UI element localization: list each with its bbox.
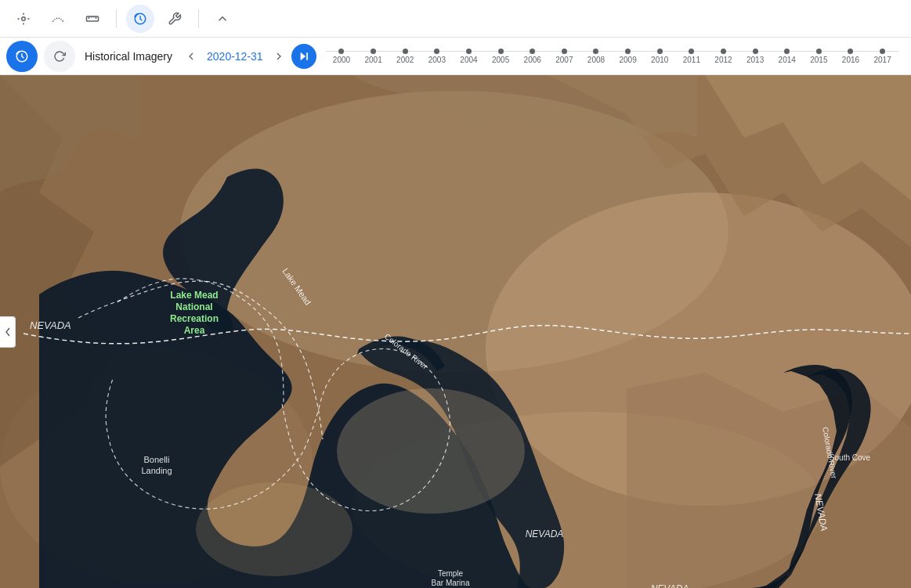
tools-button[interactable] bbox=[161, 5, 189, 33]
timeline-item-2004[interactable]: 2004 bbox=[453, 49, 485, 64]
park-label-line2: National bbox=[175, 301, 212, 312]
park-label-line4: Area bbox=[184, 325, 205, 336]
timeline-item-2005[interactable]: 2005 bbox=[485, 49, 517, 64]
timeline-dot-2017 bbox=[880, 49, 885, 54]
nevada-label-bottom: NEVADA bbox=[651, 583, 689, 588]
timeline-item-2003[interactable]: 2003 bbox=[421, 49, 454, 64]
timeline-item-2017[interactable]: 2017 bbox=[866, 49, 898, 64]
temple-bar-label-line2: Bar Marina bbox=[432, 579, 470, 587]
timeline-item-2000[interactable]: 2000 bbox=[326, 49, 358, 64]
next-date-button[interactable] bbox=[269, 47, 288, 66]
south-cove-label: South Cove bbox=[830, 453, 871, 462]
timeline-year-2015: 2015 bbox=[810, 56, 827, 64]
refresh-button[interactable] bbox=[44, 41, 75, 72]
main-toolbar bbox=[0, 0, 911, 38]
svg-marker-8 bbox=[301, 52, 305, 60]
timeline-year-2008: 2008 bbox=[587, 56, 605, 64]
bonelli-landing-label-line2: Landing bbox=[141, 466, 172, 475]
timeline-dot-2005 bbox=[498, 49, 504, 54]
timeline-dot-2007 bbox=[562, 49, 567, 54]
route-tool-button[interactable] bbox=[44, 5, 72, 33]
timeline-track[interactable]: 2000 2001 2002 2003 2004 2005 2006 2007 … bbox=[326, 49, 898, 64]
historical-imagery-label: Historical Imagery bbox=[78, 50, 179, 63]
timeline-year-2011: 2011 bbox=[683, 56, 700, 64]
timeline-item-2013[interactable]: 2013 bbox=[739, 49, 772, 64]
toolbar-divider-2 bbox=[198, 9, 199, 28]
collapse-toolbar-button[interactable] bbox=[208, 5, 237, 33]
park-label-line1: Lake Mead bbox=[170, 290, 218, 301]
timeline-year-2006: 2006 bbox=[524, 56, 541, 64]
timeline-item-2001[interactable]: 2001 bbox=[357, 49, 389, 64]
measure-tool-button[interactable] bbox=[78, 5, 107, 33]
current-date-display: 2020-12-31 bbox=[204, 50, 266, 63]
svg-point-0 bbox=[22, 16, 26, 20]
timeline-item-2011[interactable]: 2011 bbox=[676, 49, 708, 64]
timeline-dot-2013 bbox=[753, 49, 758, 54]
park-label-line3: Recreation bbox=[170, 313, 219, 324]
map-wrapper: NEVADA Lake Mead Colorado River Lake Mea… bbox=[0, 75, 911, 588]
location-tool-button[interactable] bbox=[9, 5, 38, 33]
timeline-dot-2008 bbox=[593, 49, 598, 54]
timeline-item-2007[interactable]: 2007 bbox=[548, 49, 580, 64]
timeline-year-2009: 2009 bbox=[619, 56, 636, 64]
timeline: 2000 2001 2002 2003 2004 2005 2006 2007 … bbox=[320, 49, 905, 64]
temple-bar-label-line1: Temple bbox=[438, 569, 464, 578]
timeline-year-2014: 2014 bbox=[779, 56, 796, 64]
svg-point-15 bbox=[337, 388, 525, 514]
timeline-item-2010[interactable]: 2010 bbox=[644, 49, 676, 64]
historical-imagery-active-button[interactable] bbox=[6, 41, 38, 72]
timeline-dot-2012 bbox=[721, 49, 726, 54]
timeline-item-2006[interactable]: 2006 bbox=[516, 49, 548, 64]
timeline-item-2014[interactable]: 2014 bbox=[771, 49, 803, 64]
timeline-dot-2010 bbox=[657, 49, 663, 54]
sidebar-collapse-arrow[interactable] bbox=[0, 316, 16, 348]
historical-imagery-button[interactable] bbox=[126, 5, 154, 33]
timeline-year-2005: 2005 bbox=[492, 56, 509, 64]
prev-date-button[interactable] bbox=[182, 47, 201, 66]
timeline-year-2004: 2004 bbox=[460, 56, 477, 64]
timeline-year-2001: 2001 bbox=[364, 56, 381, 64]
skip-to-end-button[interactable] bbox=[291, 44, 316, 69]
timeline-dot-2016 bbox=[848, 49, 853, 54]
svg-point-16 bbox=[196, 482, 352, 576]
timeline-dot-2014 bbox=[784, 49, 790, 54]
timeline-year-2017: 2017 bbox=[873, 56, 891, 64]
timeline-dot-2004 bbox=[466, 49, 472, 54]
timeline-item-2009[interactable]: 2009 bbox=[612, 49, 644, 64]
timeline-dot-2006 bbox=[530, 49, 535, 54]
timeline-dot-2015 bbox=[816, 49, 822, 54]
timeline-dot-2002 bbox=[403, 49, 408, 54]
timeline-item-2002[interactable]: 2002 bbox=[389, 49, 421, 64]
timeline-item-2016[interactable]: 2016 bbox=[835, 49, 867, 64]
timeline-item-2012[interactable]: 2012 bbox=[707, 49, 739, 64]
timeline-item-2015[interactable]: 2015 bbox=[803, 49, 835, 64]
timeline-dot-2011 bbox=[689, 49, 694, 54]
timeline-year-2013: 2013 bbox=[747, 56, 764, 64]
toolbar-divider-1 bbox=[116, 9, 117, 28]
timeline-year-2000: 2000 bbox=[333, 56, 350, 64]
timeline-year-2002: 2002 bbox=[396, 56, 414, 64]
timeline-year-2016: 2016 bbox=[842, 56, 859, 64]
timeline-year-2012: 2012 bbox=[714, 56, 732, 64]
nevada-label-left: NEVADA bbox=[30, 319, 71, 331]
timeline-year-2007: 2007 bbox=[555, 56, 573, 64]
nevada-label-bottom-center: NEVADA bbox=[526, 528, 564, 539]
timeline-year-2003: 2003 bbox=[428, 56, 446, 64]
timeline-dot-2009 bbox=[625, 49, 631, 54]
timeline-dot-2001 bbox=[371, 49, 376, 54]
timeline-year-2010: 2010 bbox=[651, 56, 668, 64]
timeline-dot-2003 bbox=[434, 49, 439, 54]
historical-imagery-toolbar: Historical Imagery 2020-12-31 bbox=[0, 38, 911, 75]
map-view[interactable]: NEVADA Lake Mead Colorado River Lake Mea… bbox=[0, 75, 911, 588]
timeline-dot-2000 bbox=[338, 49, 344, 54]
bonelli-landing-label-line1: Bonelli bbox=[143, 455, 169, 464]
timeline-item-2008[interactable]: 2008 bbox=[580, 49, 613, 64]
